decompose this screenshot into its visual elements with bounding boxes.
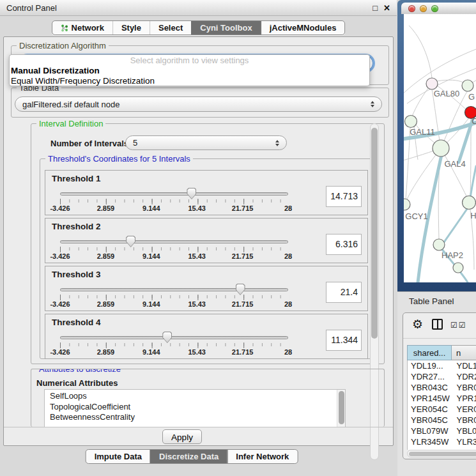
slider-track[interactable] [60,288,288,291]
tab-discretize-data[interactable]: Discretize Data [150,450,227,463]
network-node[interactable] [404,199,410,210]
tick-label: 2.859 [97,252,115,260]
network-node[interactable] [453,263,463,273]
scrollbar-thumb[interactable] [409,452,476,456]
tab-network[interactable]: Network [52,21,112,35]
thresholds-container: Threshold 1 -3.4262.8599.14415.4321.7152… [45,170,368,362]
screenshot-root: Control Panel □ ✕ Network Style Select C… [0,0,476,476]
network-graph: GAL80GCGAL11GAL4GCY1HHAP2 [404,14,476,282]
table-row[interactable]: YBL079WYBL0 [408,426,476,436]
table-panel: Table Panel ⚙ ☑☑ shared... n YDL19...YDL… [397,291,476,476]
threshold-row: Threshold 2 -3.4262.8599.14415.4321.7152… [45,218,368,263]
column-header-shared-name[interactable]: shared... [407,345,452,360]
spinner-icon [371,101,374,107]
spinner-icon [275,140,279,146]
node-label: GCY1 [405,211,427,221]
tab-select[interactable]: Select [150,21,191,35]
tick-label: 21.715 [232,252,254,260]
gear-icon[interactable]: ⚙ [412,318,423,330]
threshold-value-field[interactable]: 21.4 [326,282,362,303]
cell-name: YDL1 [452,360,476,371]
group-title: Attributes to discretize [36,369,123,374]
network-canvas[interactable]: GAL80GCGAL11GAL4GCY1HHAP2 [404,14,476,282]
float-icon[interactable]: □ [372,4,378,12]
slider-major-ticks [60,295,289,300]
scrollbar-thumb[interactable] [371,128,378,339]
dropdown-option-equal-width[interactable]: Equal Width/Frequency Discretization [10,76,369,86]
slider-major-ticks [60,342,289,348]
minimize-traffic-light[interactable] [420,5,427,12]
attribute-list-item[interactable]: BetweennessCentrality [45,412,345,423]
num-intervals-combobox[interactable]: 5 [125,135,287,150]
slider-track[interactable] [60,192,288,196]
tab-style[interactable]: Style [112,21,150,35]
table-row[interactable]: YPR145WYPR1 [408,393,476,404]
cell-shared-name: YLR345W [408,436,452,447]
slider-handle[interactable] [236,284,245,295]
table-row[interactable]: YLR345WYLR3 [408,436,476,447]
table-row[interactable]: YBR045CYBR0 [408,415,476,426]
split-view-icon[interactable] [432,319,443,330]
control-panel: Control Panel □ ✕ Network Style Select C… [0,0,397,476]
numerical-attributes-label: Numerical Attributes [36,378,118,388]
column-header-name[interactable]: n [452,345,476,360]
table-data-combobox[interactable]: galFiltered.sif default node [15,96,382,112]
group-title: Interval Definition [36,119,105,128]
slider-tick-labels: -3.4262.8599.14415.4321.71528 [60,204,288,213]
scrollbar-thumb[interactable] [339,391,344,424]
threshold-value-field[interactable]: 6.316 [326,234,362,255]
slider-tick-labels: -3.4262.8599.14415.4321.71528 [60,348,288,357]
table-body: YDL19...YDL1YDR27...YDR2YBR043CYBR0YPR14… [407,360,476,450]
network-node[interactable] [462,80,473,91]
node-label: GAL80 [434,89,459,98]
tick-label: 15.43 [188,252,206,260]
numerical-attributes-list[interactable]: SelfLoopsTopologicalCoefficientBetweenne… [44,389,346,427]
slider-handle[interactable] [162,332,172,343]
network-node[interactable] [426,78,438,89]
network-node[interactable] [433,140,449,157]
threshold-label: Threshold 1 [52,174,101,183]
slider-tick-labels: -3.4262.8599.14415.4321.71528 [60,300,288,309]
cell-name: YDR2 [452,371,476,382]
table-horizontal-scrollbar[interactable] [407,450,476,457]
tab-infer-network[interactable]: Infer Network [227,450,297,463]
dropdown-option-manual[interactable]: Manual Discretization [10,66,369,76]
attribute-list-item[interactable]: SelfLoops [45,391,345,402]
network-window-titlebar [401,3,476,14]
node-label: GAL4 [444,159,465,169]
panel-title: Control Panel [6,3,57,13]
cell-name: YBL0 [452,426,476,436]
apply-button[interactable]: Apply [162,429,202,444]
close-icon[interactable]: ✕ [383,4,390,12]
network-icon [61,24,68,32]
cell-shared-name: YBR045C [408,415,452,426]
slider-handle[interactable] [126,236,135,247]
group-title: Threshold's Coordinates for 5 Intervals [45,154,193,164]
slider-track[interactable] [60,336,288,339]
network-node[interactable] [405,116,417,128]
tab-jactivemnodules[interactable]: jActiveMNodules [261,21,345,35]
threshold-value-field[interactable]: 14.713 [326,186,362,207]
list-vertical-scrollbar[interactable] [337,390,345,427]
table-row[interactable]: YDR27...YDR2 [408,371,476,382]
close-traffic-light[interactable] [408,5,415,12]
slider-handle[interactable] [187,188,196,199]
table-row[interactable]: YER054CYER0 [408,404,476,415]
network-node[interactable] [463,196,476,210]
network-node[interactable] [433,239,445,250]
table-row[interactable]: YBR043CYBR0 [408,382,476,393]
algorithm-dropdown-popup: Select algorithm to view settings Manual… [9,54,370,86]
tick-label: 28 [284,300,292,308]
table-row[interactable]: YDL19...YDL1 [408,360,476,371]
tick-label: 28 [284,204,292,212]
attributes-group: Attributes to discretize Numerical Attri… [31,369,385,427]
attribute-list-item[interactable]: TopologicalCoefficient [45,402,345,413]
slider-tick-labels: -3.4262.8599.14415.4321.71528 [60,252,288,261]
zoom-traffic-light[interactable] [431,5,438,12]
slider-track[interactable] [60,240,288,243]
tab-cyni-toolbox[interactable]: Cyni Toolbox [191,21,260,35]
checkbox-icons[interactable]: ☑☑ [450,321,467,330]
tab-impute-data[interactable]: Impute Data [86,450,150,463]
tick-label: 15.43 [188,204,206,212]
threshold-value-field[interactable]: 11.344 [326,330,362,351]
